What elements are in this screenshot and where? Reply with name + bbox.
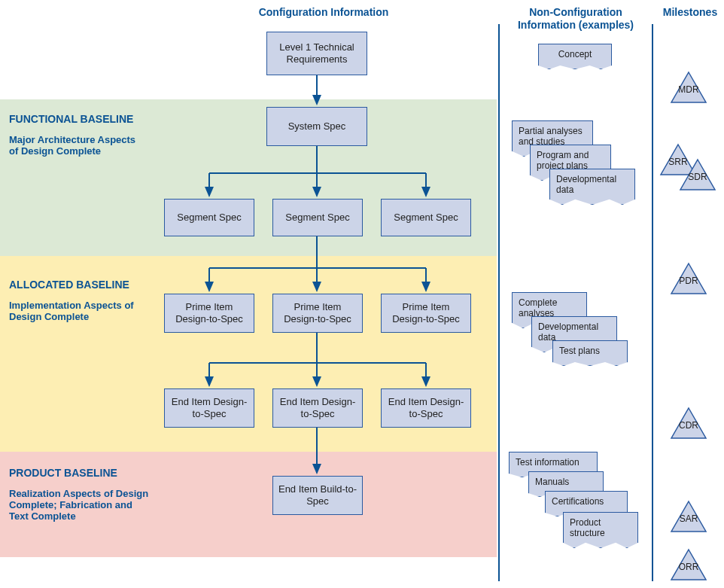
doc-dev-data1-label: Developmental data (556, 174, 616, 195)
milestone-orr: ORR (670, 548, 707, 581)
header-milestones: Milestones (656, 6, 724, 18)
doc-dev-data2-label: Developmental data (538, 321, 598, 343)
label-functional: FUNCTIONAL BASELINE Major Architecture A… (9, 113, 137, 157)
label-product-sub: Realization Aspects of Design Complete; … (9, 488, 152, 522)
doc-test-plans: Test plans (552, 340, 628, 366)
milestone-pdr: PDR (670, 262, 707, 295)
doc-certs-label: Certifications (552, 496, 604, 507)
node-endbuild: End Item Build-to-Spec (272, 476, 363, 515)
node-prime-3: Prime Item Design-to-Spec (381, 294, 471, 333)
node-segment-3: Segment Spec (381, 199, 471, 236)
doc-complete-label: Complete analyses (519, 297, 557, 318)
milestone-cdr-label: CDR (670, 420, 707, 431)
label-product: PRODUCT BASELINE Realization Aspects of … (9, 467, 152, 522)
label-functional-sub: Major Architecture Aspects of Design Com… (9, 134, 137, 157)
divider-1 (498, 24, 500, 581)
node-enddesign-3: End Item Design-to-Spec (381, 388, 471, 428)
node-enddesign-2: End Item Design-to-Spec (272, 388, 363, 428)
milestone-orr-label: ORR (670, 562, 707, 572)
label-allocated: ALLOCATED BASELINE Implementation Aspect… (9, 279, 137, 322)
milestone-sdr: SDR (679, 158, 716, 191)
node-prime-2: Prime Item Design-to-Spec (272, 294, 363, 333)
milestone-mdr: MDR (670, 71, 707, 104)
doc-partial-label: Partial analyses and studies (519, 126, 583, 147)
doc-dev-data1: Developmental data (549, 169, 635, 205)
label-functional-title: FUNCTIONAL BASELINE (9, 113, 137, 125)
doc-product-struct-label: Product structure (570, 517, 605, 538)
label-allocated-sub: Implementation Aspects of Design Complet… (9, 300, 137, 322)
doc-program-plans-label: Program and project plans (537, 150, 589, 171)
header-nonconfig: Non-Configuration Information (examples) (504, 6, 647, 32)
doc-test-plans-label: Test plans (559, 346, 600, 356)
header-config: Configuration Information (226, 6, 421, 18)
doc-product-struct: Product structure (563, 512, 638, 548)
label-allocated-title: ALLOCATED BASELINE (9, 279, 137, 291)
milestone-sdr-label: SDR (679, 172, 716, 182)
label-product-title: PRODUCT BASELINE (9, 467, 152, 479)
milestone-cdr: CDR (670, 407, 707, 440)
node-level1: Level 1 Technical Requirements (266, 32, 367, 75)
doc-concept: Concept (538, 44, 612, 69)
node-segment-2: Segment Spec (272, 199, 363, 236)
milestone-mdr-label: MDR (670, 84, 707, 95)
milestone-pdr-label: PDR (670, 276, 707, 286)
doc-test-info-label: Test information (516, 457, 580, 468)
doc-concept-label: Concept (558, 49, 592, 59)
milestone-sar-label: SAR (670, 513, 707, 524)
milestone-sar: SAR (670, 500, 707, 533)
node-enddesign-1: End Item Design-to-Spec (164, 388, 254, 428)
node-prime-1: Prime Item Design-to-Spec (164, 294, 254, 333)
node-segment-1: Segment Spec (164, 199, 254, 236)
doc-manuals-label: Manuals (535, 477, 569, 487)
node-system-spec: System Spec (266, 107, 367, 146)
divider-2 (652, 24, 653, 581)
